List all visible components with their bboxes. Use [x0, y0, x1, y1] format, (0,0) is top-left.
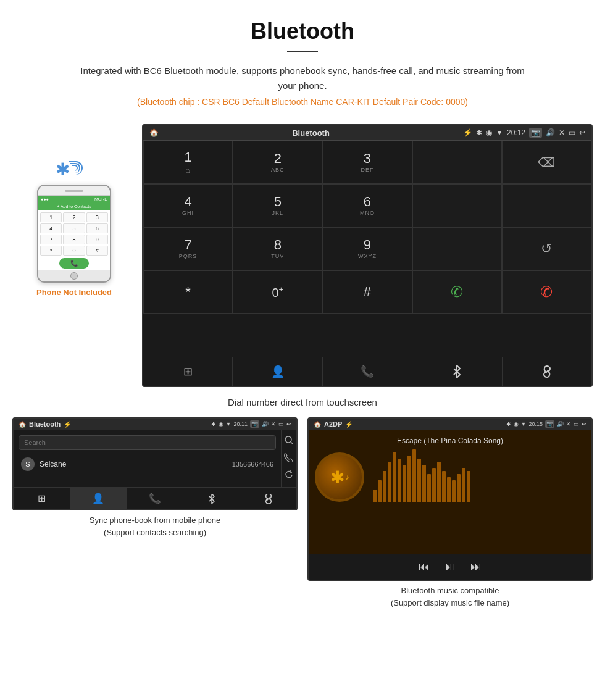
- pb-bt-btn[interactable]: [183, 488, 240, 509]
- pb-win-icon[interactable]: ▭: [278, 421, 284, 427]
- phone-key-2[interactable]: 2: [63, 212, 85, 222]
- pb-search-icon[interactable]: [284, 435, 294, 448]
- phone-key-6[interactable]: 6: [86, 223, 108, 233]
- pb-refresh-icon[interactable]: [284, 470, 294, 482]
- phone-contact-bar: + Add to Contacts: [38, 202, 110, 210]
- bottom-grid-btn[interactable]: ⊞: [143, 357, 233, 386]
- dial-key-9[interactable]: 9 WXYZ: [322, 227, 412, 270]
- music-cam-icon[interactable]: 📷: [545, 420, 554, 428]
- music-back-icon[interactable]: ↩: [582, 421, 586, 427]
- music-content: ✱ ♪: [315, 452, 585, 502]
- bottom-contacts-btn[interactable]: 👤: [233, 357, 322, 386]
- dial-key-8[interactable]: 8 TUV: [233, 227, 322, 270]
- pb-close-icon[interactable]: ✕: [271, 421, 276, 427]
- phone-dialpad-grid: 1 2 3 4 5 6 7 8 9 * 0 #: [40, 212, 108, 256]
- phone-key-1[interactable]: 1: [40, 212, 62, 222]
- bottom-link-btn[interactable]: [503, 357, 591, 386]
- phone-key-3[interactable]: 3: [86, 212, 108, 222]
- music-vol-icon[interactable]: 🔊: [557, 421, 564, 427]
- pb-vol-icon[interactable]: 🔊: [262, 421, 269, 427]
- bottom-bt-btn[interactable]: [412, 357, 502, 386]
- dial-key-2[interactable]: 2 ABC: [233, 141, 322, 184]
- dial-key-star[interactable]: *: [143, 270, 233, 314]
- contact-name: Seicane: [40, 460, 227, 469]
- statusbar-left: 🏠: [149, 128, 159, 137]
- home-icon[interactable]: 🏠: [149, 128, 159, 137]
- search-placeholder: Search: [24, 439, 46, 446]
- phone-speaker: [65, 190, 83, 192]
- dial-backspace[interactable]: ⌫: [502, 141, 591, 184]
- music-item: 🏠 A2DP ⚡ ✱ ◉ ▼ 20:15 📷 🔊 ✕ ▭ ↩: [307, 417, 593, 612]
- dial-key-7[interactable]: 7 PQRS: [143, 227, 233, 270]
- dial-empty-1: [412, 184, 502, 227]
- dial-key-0[interactable]: 0+: [233, 270, 322, 314]
- phonebook-main: Search S Seicane 13566664466: [14, 430, 281, 487]
- phone-key-7[interactable]: 7: [40, 235, 62, 244]
- dial-empty-3: [412, 227, 502, 270]
- dial-key-4[interactable]: 4 GHI: [143, 184, 233, 227]
- pb-person-btn[interactable]: 👤: [70, 488, 127, 509]
- phonebook-item: 🏠 Bluetooth ⚡ ✱ ◉ ▼ 20:11 📷 🔊 ✕ ▭ ↩: [12, 417, 298, 612]
- dialpad-grid: 1 ⌂ 2 ABC 3 DEF ⌫ 4 GHI 5 JKL: [143, 141, 591, 357]
- dial-display: [412, 141, 502, 184]
- pb-cam-icon[interactable]: 📷: [250, 420, 259, 428]
- pb-link-btn[interactable]: [240, 488, 296, 509]
- dial-key-1[interactable]: 1 ⌂: [143, 141, 233, 184]
- phone-key-9[interactable]: 9: [86, 235, 108, 244]
- dial-call-btn[interactable]: ✆: [412, 270, 502, 314]
- phone-key-4[interactable]: 4: [40, 223, 62, 233]
- pb-back-icon[interactable]: ↩: [286, 421, 291, 427]
- phonebook-search-bar[interactable]: Search: [19, 435, 276, 450]
- phone-key-5[interactable]: 5: [63, 223, 85, 233]
- pb-time: 20:11: [233, 421, 248, 427]
- window-icon[interactable]: ▭: [569, 128, 575, 137]
- dial-redial[interactable]: ↺: [502, 227, 591, 270]
- music-note-icon: ♪: [346, 473, 349, 481]
- music-win-icon[interactable]: ▭: [574, 421, 579, 427]
- pb-title: Bluetooth: [29, 420, 60, 428]
- dial-key-6[interactable]: 6 MNO: [322, 184, 412, 227]
- pb-home-icon[interactable]: 🏠: [19, 421, 26, 428]
- phone-key-0[interactable]: 0: [63, 246, 85, 256]
- page-description: Integrated with BC6 Bluetooth module, su…: [80, 64, 525, 93]
- phone-bottom-bar: [38, 270, 110, 281]
- location-icon: ◉: [486, 128, 492, 137]
- bt-main-icon: ✱: [56, 159, 70, 180]
- phone-call-btn[interactable]: 📞: [59, 258, 89, 269]
- pb-phone-btn[interactable]: 📞: [127, 488, 184, 509]
- music-caption: Bluetooth music compatible (Support disp…: [307, 581, 593, 612]
- contact-row[interactable]: S Seicane 13566664466: [19, 454, 276, 475]
- phone-key-hash[interactable]: #: [86, 246, 108, 256]
- music-home-icon[interactable]: 🏠: [314, 421, 321, 428]
- pb-link-icon: [264, 494, 273, 504]
- phone-top-bar: [38, 186, 110, 196]
- pb-bluetooth-icon: [207, 494, 217, 504]
- prev-btn[interactable]: ⏮: [419, 560, 430, 573]
- pb-grid-btn[interactable]: ⊞: [14, 488, 70, 509]
- dial-key-5[interactable]: 5 JKL: [233, 184, 322, 227]
- back-icon[interactable]: ↩: [579, 128, 585, 137]
- status-time: 20:12: [507, 128, 525, 137]
- play-pause-btn[interactable]: ⏯: [444, 560, 456, 573]
- next-btn[interactable]: ⏭: [470, 560, 482, 573]
- phone-home-btn[interactable]: [70, 272, 78, 280]
- dial-end-btn[interactable]: ✆: [502, 270, 591, 314]
- music-close-icon[interactable]: ✕: [566, 421, 571, 427]
- bottom-phone-btn[interactable]: 📞: [323, 357, 412, 386]
- statusbar-title: Bluetooth: [292, 128, 330, 138]
- volume-icon[interactable]: 🔊: [546, 128, 555, 137]
- pb-loc-icon: ◉: [219, 421, 223, 427]
- phone-key-8[interactable]: 8: [63, 235, 85, 244]
- camera-icon[interactable]: 📷: [529, 128, 542, 138]
- music-statusbar: 🏠 A2DP ⚡ ✱ ◉ ▼ 20:15 📷 🔊 ✕ ▭ ↩: [309, 419, 591, 430]
- phonebook-statusbar: 🏠 Bluetooth ⚡ ✱ ◉ ▼ 20:11 📷 🔊 ✕ ▭ ↩: [14, 419, 296, 430]
- dial-key-hash[interactable]: #: [322, 270, 412, 314]
- dial-key-3[interactable]: 3 DEF: [322, 141, 412, 184]
- phone-key-star[interactable]: *: [40, 246, 62, 256]
- pb-wifi-icon: ▼: [226, 421, 232, 427]
- phonebook-screen: 🏠 Bluetooth ⚡ ✱ ◉ ▼ 20:11 📷 🔊 ✕ ▭ ↩: [12, 417, 298, 510]
- phone-container: ✱ ●●●MORE + Add to Contacts 1 2 3: [12, 124, 136, 297]
- pb-call-icon[interactable]: [284, 452, 294, 465]
- close-icon[interactable]: ✕: [559, 128, 565, 137]
- album-art: ✱ ♪: [315, 452, 364, 502]
